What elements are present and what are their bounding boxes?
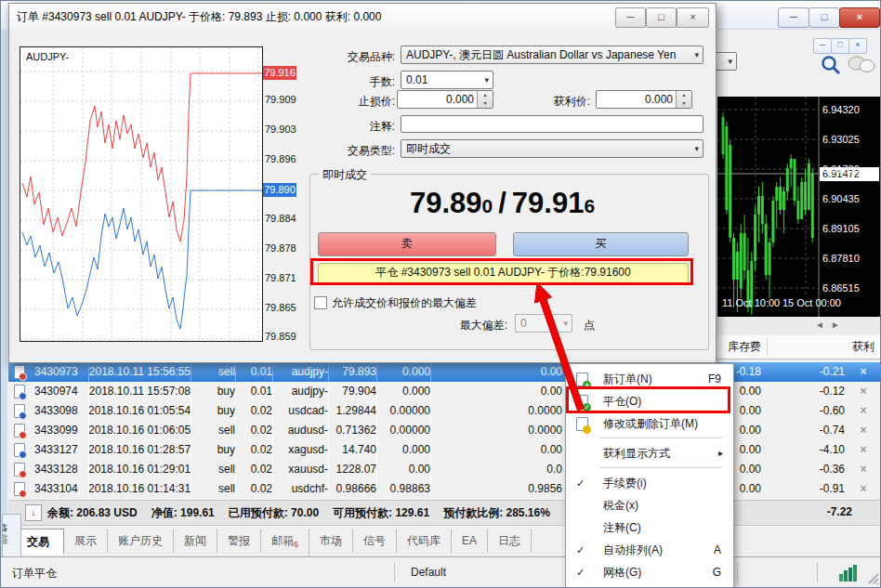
mail-count-badge: 6 [294, 540, 298, 549]
cell-lots: 0.02 [237, 482, 272, 497]
scroll-left-icon[interactable]: ◄ [815, 320, 824, 330]
stop-loss-spinner[interactable]: ▴▾ [477, 91, 493, 108]
chat-icon[interactable] [846, 55, 877, 77]
menu-item-label: 手续费(i) [603, 472, 647, 494]
take-profit-spinner[interactable]: ▴▾ [676, 91, 691, 108]
menu-item[interactable]: 注释(C) [567, 516, 732, 539]
tab-警报[interactable]: 警报 [217, 529, 261, 553]
spin-down-icon[interactable]: ▾ [677, 99, 691, 108]
resize-grip[interactable] [867, 572, 880, 587]
status-separator [737, 563, 738, 582]
close-order-icon[interactable]: × [852, 424, 874, 438]
table-row[interactable]: 34331042018.10.16 01:14:31sell0.02usdchf… [8, 479, 881, 499]
tab-新闻[interactable]: 新闻 [174, 529, 217, 553]
order-type-value: 即时成交 [406, 142, 451, 155]
account-summary: 余额: 206.83 USD 净值: 199.61 已用预付款: 70.00 可… [47, 505, 550, 521]
cell-profit: -0.12 [763, 385, 845, 399]
max-deviation-value: 0 [520, 317, 527, 330]
order-type-select[interactable]: 即时成交 ▾ [401, 139, 703, 158]
buy-button[interactable]: 买 [513, 232, 689, 256]
table-row[interactable]: 34331282018.10.16 01:29:01sell0.02xauusd… [8, 460, 881, 479]
cell-type: sell [192, 424, 235, 438]
close-order-icon[interactable]: × [852, 385, 874, 399]
menu-item[interactable]: ✓自动排列(A)A [567, 539, 732, 561]
deviation-checkbox[interactable] [314, 296, 327, 309]
axis-tick-label: 79.909 [265, 94, 302, 106]
cell-profit: -0.36 [763, 463, 845, 477]
chart-hscrollbar[interactable]: ◄ ► [717, 317, 881, 334]
status-profile-text[interactable]: Default [411, 566, 446, 579]
close-order-icon[interactable]: × [852, 365, 874, 380]
spin-down-icon[interactable]: ▾ [478, 99, 493, 108]
chevron-down-icon: ▾ [694, 140, 699, 158]
menu-item[interactable]: 修改或删除订单(M) [567, 412, 732, 435]
sell-order-icon [14, 424, 25, 438]
close-order-icon[interactable]: × [852, 443, 874, 458]
menu-item[interactable]: ✓网格(G)G [567, 561, 732, 583]
table-row[interactable]: 34309742018.10.11 15:57:08buy0.01audjpy-… [8, 382, 881, 401]
status-separator [817, 563, 818, 582]
terminal-side-tab[interactable]: 终端 [2, 514, 21, 558]
search-icon[interactable] [820, 54, 842, 76]
close-order-icon[interactable]: × [852, 482, 874, 497]
column-header-profit[interactable]: 获利 [770, 339, 874, 355]
close-order-icon[interactable]: × [852, 404, 874, 419]
close-order-icon[interactable]: × [852, 463, 874, 477]
cell-symbol: xauusd- [274, 463, 328, 477]
chart-minimize-button[interactable]: ─ [813, 38, 832, 54]
status-mode-text: 订单平仓 [12, 566, 57, 581]
menu-item[interactable]: ✓手续费(i) [567, 472, 732, 494]
chart-close-button[interactable]: × [848, 38, 867, 54]
bid-quote-pip: 0 [482, 190, 493, 222]
minimize-icon: ─ [820, 40, 825, 49]
dialog-minimize-button[interactable]: ─ [615, 7, 646, 28]
symbol-select-value: AUDJPY-, 澳元日圆 Australian Dollar vs Japan… [406, 48, 676, 61]
chart-restore-button[interactable]: □ [831, 38, 849, 54]
tab-市场[interactable]: 市场 [309, 529, 353, 553]
spin-up-icon[interactable]: ▴ [677, 91, 691, 99]
order-dialog-title: 订单 #3430973 sell 0.01 AUDJPY- 于价格: 79.89… [17, 9, 381, 25]
tab-邮箱[interactable]: 邮箱6 [261, 529, 309, 556]
cell-time: 2018.10.16 01:05:54 [88, 404, 191, 419]
tab-日志[interactable]: 日志 [488, 529, 532, 553]
spin-up-icon[interactable]: ▴ [478, 91, 493, 99]
main-close-button[interactable]: × [839, 7, 880, 28]
table-row[interactable]: 34309732018.10.11 15:56:55sell0.01audjpy… [8, 362, 881, 382]
table-row[interactable]: 34330982018.10.16 01:05:54buy0.02usdcad-… [8, 401, 881, 421]
cell-sl: 0.00000 [378, 404, 430, 419]
ask-quote-pip: 6 [584, 190, 595, 222]
sell-button[interactable]: 卖 [318, 232, 496, 256]
dialog-maximize-button[interactable]: □ [646, 7, 677, 28]
total-profit: -7.22 [770, 505, 852, 518]
menu-item[interactable]: 税金(x) [567, 494, 732, 516]
main-maximize-button[interactable]: □ [809, 7, 840, 28]
axis-tick-label: 6.86515 [822, 281, 880, 294]
take-profit-field[interactable]: 0.000 ▴▾ [596, 90, 692, 109]
cell-type: buy [192, 443, 235, 458]
table-row[interactable]: 34330992018.10.16 01:06:05sell0.02audusd… [8, 421, 881, 440]
tab-展示[interactable]: 展示 [64, 529, 108, 553]
scroll-right-icon[interactable]: ► [831, 320, 840, 330]
deviation-unit-label: 点 [584, 318, 595, 333]
main-minimize-button[interactable]: ─ [778, 7, 809, 28]
tab-代码库[interactable]: 代码库 [397, 529, 452, 553]
check-icon: ✓ [576, 561, 585, 583]
axis-tick-label: 79.884 [265, 213, 302, 225]
tab-账户历史[interactable]: 账户历史 [108, 529, 174, 553]
chevron-down-icon: ▾ [694, 46, 699, 64]
dialog-close-button[interactable]: × [677, 7, 709, 28]
toolbar-combo-fragment[interactable]: ▾ [716, 52, 737, 71]
symbol-select[interactable]: AUDJPY-, 澳元日圆 Australian Dollar vs Japan… [401, 46, 703, 64]
take-profit-value: 0.000 [645, 91, 673, 108]
volume-select[interactable]: 0.01 ▾ [401, 71, 493, 89]
table-row[interactable]: 34331272018.10.16 01:28:57buy0.02xagusd-… [8, 440, 881, 460]
chevron-down-icon: ▾ [728, 53, 732, 71]
menu-item[interactable]: 获利显示方式▸ [567, 442, 732, 464]
stop-loss-field[interactable]: 0.000 ▴▾ [397, 90, 493, 109]
cell-profit: -0.74 [763, 424, 845, 438]
comment-input[interactable] [401, 115, 703, 133]
chevron-down-icon: ▾ [563, 315, 568, 333]
tab-信号[interactable]: 信号 [353, 529, 397, 553]
cell-time: 2018.10.11 15:56:55 [88, 365, 191, 380]
tab-EA[interactable]: EA [452, 529, 488, 553]
